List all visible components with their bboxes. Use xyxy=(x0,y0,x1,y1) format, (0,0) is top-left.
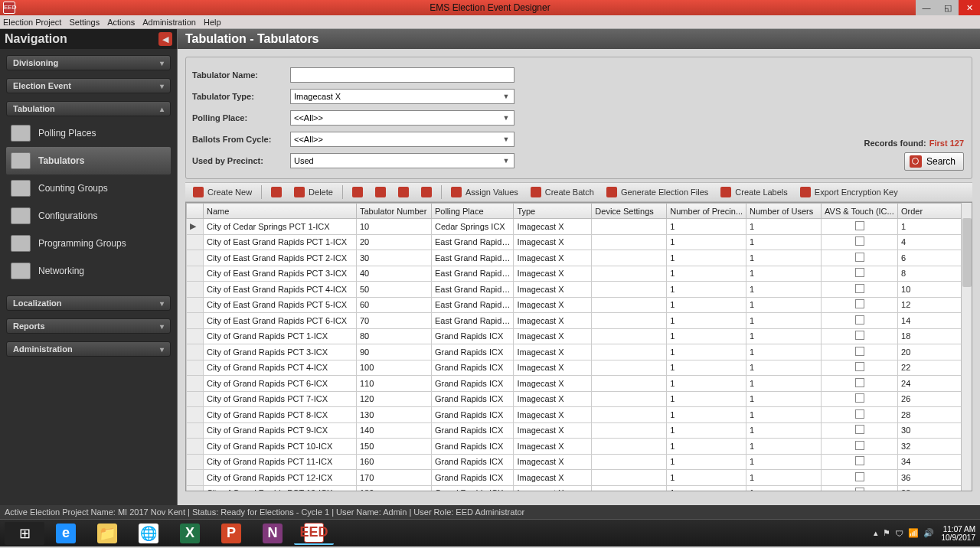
sort-button[interactable] xyxy=(394,184,413,201)
col-avs-touch[interactable]: AVS & Touch (IC... xyxy=(822,204,898,219)
sidebar-item-networking[interactable]: Networking xyxy=(6,257,171,285)
move-down-button[interactable] xyxy=(371,184,390,201)
export-encryption-key-button[interactable]: Export Encryption Key xyxy=(795,184,903,201)
create-labels-button[interactable]: Create Labels xyxy=(716,184,792,201)
checkbox-icon[interactable] xyxy=(855,393,864,403)
section-reports[interactable]: Reports▾ xyxy=(6,318,171,334)
row-selector[interactable] xyxy=(187,376,204,392)
menu-help[interactable]: Help xyxy=(204,18,221,27)
cell-avs[interactable] xyxy=(822,328,898,344)
row-selector[interactable] xyxy=(187,470,204,486)
row-selector[interactable]: ▶ xyxy=(187,219,204,235)
table-row[interactable]: City of Grand Rapids PCT 4-ICX100Grand R… xyxy=(187,360,972,376)
checkbox-icon[interactable] xyxy=(855,472,864,481)
section-election-event[interactable]: Election Event▾ xyxy=(6,78,171,93)
cell-avs[interactable] xyxy=(822,360,898,376)
table-row[interactable]: City of East Grand Rapids PCT 5-ICX60Eas… xyxy=(187,297,972,313)
cell-avs[interactable] xyxy=(822,313,898,329)
col-number-of-users[interactable]: Number of Users xyxy=(746,204,822,219)
checkbox-icon[interactable] xyxy=(855,441,864,450)
checkbox-icon[interactable] xyxy=(855,409,864,419)
menu-actions[interactable]: Actions xyxy=(107,18,135,27)
cell-avs[interactable] xyxy=(822,344,898,360)
table-row[interactable]: City of Grand Rapids PCT 12-ICX170Grand … xyxy=(187,470,972,486)
create-new-button[interactable]: Create New xyxy=(188,184,256,201)
taskbar-clock[interactable]: 11:07 AM 10/9/2017 xyxy=(942,525,976,542)
generate-election-files-button[interactable]: Generate Election Files xyxy=(602,184,713,201)
table-row[interactable]: City of Grand Rapids PCT 11-ICX160Grand … xyxy=(187,454,972,470)
grid-scrollbar[interactable] xyxy=(961,203,972,491)
cell-avs[interactable] xyxy=(822,250,898,266)
col-polling-place[interactable]: Polling Place xyxy=(431,204,513,219)
row-selector[interactable] xyxy=(187,234,204,250)
cell-avs[interactable] xyxy=(822,266,898,282)
maximize-button[interactable]: ◱ xyxy=(937,0,959,15)
cell-avs[interactable] xyxy=(822,470,898,486)
row-selector[interactable] xyxy=(187,422,204,439)
table-row[interactable]: City of Grand Rapids PCT 10-ICX150Grand … xyxy=(187,439,972,455)
table-row[interactable]: City of East Grand Rapids PCT 6-ICX70Eas… xyxy=(187,313,972,329)
taskbar-eed[interactable]: EED xyxy=(294,522,334,545)
section-administration[interactable]: Administration▾ xyxy=(6,341,171,357)
delete-button[interactable]: Delete xyxy=(289,184,338,201)
tray-volume-icon[interactable]: 🔊 xyxy=(923,528,934,538)
start-button[interactable]: ⊞ xyxy=(5,522,44,545)
cell-avs[interactable] xyxy=(822,297,898,313)
checkbox-icon[interactable] xyxy=(855,331,864,340)
row-selector[interactable] xyxy=(187,344,204,360)
ballots-cycle-select[interactable]: <<All>>▼ xyxy=(290,132,514,147)
sidebar-item-tabulators[interactable]: Tabulators xyxy=(6,147,171,175)
row-selector[interactable] xyxy=(187,454,204,470)
scrollbar-thumb[interactable] xyxy=(962,218,972,287)
table-row[interactable]: City of Grand Rapids PCT 9-ICX140Grand R… xyxy=(187,422,972,439)
row-selector[interactable] xyxy=(187,313,204,329)
sidebar-item-configurations[interactable]: Configurations xyxy=(6,202,171,230)
table-row[interactable]: City of Grand Rapids PCT 8-ICX130Grand R… xyxy=(187,407,972,423)
checkbox-icon[interactable] xyxy=(855,488,864,491)
checkbox-icon[interactable] xyxy=(855,236,864,246)
search-button[interactable]: Search xyxy=(904,152,964,171)
taskbar-chrome[interactable]: 🌐 xyxy=(129,522,168,545)
col-tabulator-number[interactable]: Tabulator Number xyxy=(356,204,431,219)
cell-avs[interactable] xyxy=(822,454,898,470)
taskbar-onenote[interactable]: N xyxy=(253,522,292,545)
create-batch-button[interactable]: Create Batch xyxy=(526,184,599,201)
sidebar-item-programming-groups[interactable]: Programming Groups xyxy=(6,230,171,257)
section-divisioning[interactable]: Divisioning▾ xyxy=(6,55,171,70)
table-row[interactable]: City of Grand Rapids PCT 1-ICX80Grand Ra… xyxy=(187,328,972,344)
row-selector[interactable] xyxy=(187,407,204,423)
checkbox-icon[interactable] xyxy=(855,221,864,230)
cell-avs[interactable] xyxy=(822,407,898,423)
sidebar-item-counting-groups[interactable]: Counting Groups xyxy=(6,175,171,202)
used-by-precinct-select[interactable]: Used▼ xyxy=(290,153,514,168)
row-selector[interactable] xyxy=(187,250,204,266)
row-selector[interactable] xyxy=(187,282,204,298)
system-tray[interactable]: ▴ ⚑ 🛡 📶 🔊 xyxy=(874,528,934,538)
table-row[interactable]: City of Grand Rapids PCT 7-ICX120Grand R… xyxy=(187,391,972,407)
col-type[interactable]: Type xyxy=(514,204,592,219)
row-selector[interactable] xyxy=(187,439,204,455)
table-row[interactable]: City of East Grand Rapids PCT 3-ICX40Eas… xyxy=(187,266,972,282)
menu-settings[interactable]: Settings xyxy=(69,18,100,27)
taskbar-excel[interactable]: X xyxy=(170,522,210,545)
tabulator-name-input[interactable] xyxy=(290,67,514,83)
table-row[interactable]: City of Grand Rapids PCT 3-ICX90Grand Ra… xyxy=(187,344,972,360)
cell-avs[interactable] xyxy=(822,282,898,298)
checkbox-icon[interactable] xyxy=(855,315,864,325)
section-localization[interactable]: Localization▾ xyxy=(6,295,171,311)
tray-network-icon[interactable]: 📶 xyxy=(908,528,919,538)
taskbar-powerpoint[interactable]: P xyxy=(211,522,251,545)
sidebar-item-polling-places[interactable]: Polling Places xyxy=(6,119,171,147)
cell-avs[interactable] xyxy=(822,219,898,235)
row-selector[interactable] xyxy=(187,297,204,313)
row-selector[interactable] xyxy=(187,266,204,282)
table-row[interactable]: City of Grand Rapids PCT 13-ICX180Grand … xyxy=(187,485,972,491)
table-row[interactable]: City of East Grand Rapids PCT 4-ICX50Eas… xyxy=(187,282,972,298)
checkbox-icon[interactable] xyxy=(855,456,864,465)
close-button[interactable]: ✕ xyxy=(959,0,980,15)
minimize-button[interactable]: — xyxy=(916,0,937,15)
row-selector[interactable] xyxy=(187,485,204,491)
row-selector[interactable] xyxy=(187,360,204,376)
edit-button[interactable] xyxy=(266,184,286,201)
checkbox-icon[interactable] xyxy=(855,362,864,371)
